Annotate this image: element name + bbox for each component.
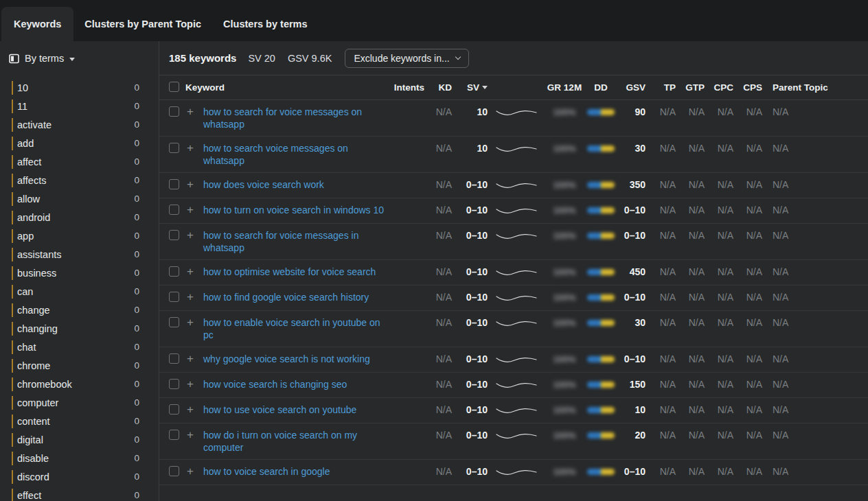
term-marker (12, 415, 13, 428)
add-keyword-button[interactable]: + (185, 229, 203, 241)
row-checkbox[interactable] (169, 292, 179, 302)
trend-sparkline (488, 204, 545, 216)
top-tab-bar: Keywords Clusters by Parent Topic Cluste… (0, 0, 868, 41)
row-checkbox[interactable] (169, 266, 179, 277)
keyword-link[interactable]: how to voice search in google (203, 465, 330, 478)
column-header-kd[interactable]: KD (424, 82, 452, 93)
sidebar-term-item[interactable]: digital 0 (0, 430, 159, 449)
column-header-keyword[interactable]: Keyword (185, 82, 390, 93)
row-checkbox[interactable] (169, 205, 179, 215)
column-header-tp[interactable]: TP (646, 82, 676, 93)
term-count: 0 (134, 416, 139, 426)
sidebar-term-item[interactable]: chromebook 0 (0, 375, 159, 393)
add-keyword-button[interactable]: + (185, 266, 203, 277)
kd-cell: N/A (424, 142, 452, 154)
add-keyword-button[interactable]: + (185, 106, 203, 117)
sidebar-term-item[interactable]: app 0 (0, 226, 159, 245)
sidebar-term-item[interactable]: 11 0 (0, 97, 159, 115)
add-keyword-button[interactable]: + (185, 316, 203, 328)
tab-keywords[interactable]: Keywords (1, 7, 73, 41)
keyword-link[interactable]: how to search for voice messages in what… (203, 229, 385, 254)
sidebar-term-item[interactable]: allow 0 (0, 189, 159, 208)
tp-cell: N/A (646, 142, 676, 154)
parent-topic-cell: N/A (762, 353, 868, 365)
table-row: + how to use voice search on youtube N/A… (159, 398, 868, 423)
row-checkbox[interactable] (169, 179, 179, 189)
trend-sparkline (488, 178, 545, 191)
tab-clusters-by-terms[interactable]: Clusters by terms (212, 7, 319, 41)
column-header-gr-12m[interactable]: GR 12M (545, 82, 584, 93)
sidebar-term-item[interactable]: disable 0 (0, 449, 159, 467)
row-checkbox[interactable] (169, 430, 179, 440)
sidebar-term-item[interactable]: business 0 (0, 264, 159, 282)
select-all-checkbox[interactable] (169, 82, 179, 92)
sv-header-label: SV (467, 82, 479, 93)
keyword-link[interactable]: how to search voice messages on whatsapp (203, 142, 385, 167)
cps-cell: N/A (733, 316, 762, 329)
sidebar-term-item[interactable]: can 0 (0, 282, 159, 301)
term-marker (12, 489, 13, 501)
trend-sparkline (488, 142, 545, 154)
row-checkbox[interactable] (169, 230, 179, 240)
sidebar-term-item[interactable]: affects 0 (0, 171, 159, 189)
sidebar-term-item[interactable]: change 0 (0, 301, 159, 319)
keyword-link[interactable]: how to search for voice messages on what… (203, 106, 385, 130)
view-selector[interactable]: By terms (0, 41, 159, 75)
row-checkbox[interactable] (169, 106, 179, 117)
keyword-link[interactable]: how do i turn on voice search on my comp… (203, 429, 385, 454)
sidebar-term-item[interactable]: discord 0 (0, 467, 159, 486)
term-marker (12, 81, 13, 95)
row-checkbox[interactable] (169, 466, 179, 476)
add-keyword-button[interactable]: + (185, 291, 203, 303)
add-keyword-button[interactable]: + (185, 465, 203, 477)
sidebar-term-item[interactable]: affect 0 (0, 152, 159, 171)
add-keyword-button[interactable]: + (185, 142, 203, 154)
column-header-intents[interactable]: Intents (390, 82, 424, 93)
row-checkbox[interactable] (169, 143, 179, 153)
sidebar-term-item[interactable]: computer 0 (0, 393, 159, 412)
sidebar-term-item[interactable]: chat 0 (0, 338, 159, 356)
column-header-cps[interactable]: CPS (733, 82, 762, 93)
sidebar-term-item[interactable]: changing 0 (0, 319, 159, 338)
add-keyword-button[interactable]: + (185, 353, 203, 364)
keyword-link[interactable]: how to optimise website for voice search (203, 266, 376, 278)
row-checkbox[interactable] (169, 353, 179, 364)
sidebar-term-item[interactable]: content 0 (0, 412, 159, 430)
add-keyword-button[interactable]: + (185, 404, 203, 415)
keyword-link[interactable]: how to find google voice search history (203, 291, 369, 303)
add-keyword-button[interactable]: + (185, 378, 203, 390)
term-count: 0 (134, 175, 139, 185)
keyword-link[interactable]: how to enable voice search in youtube on… (203, 316, 385, 341)
column-header-gtp[interactable]: GTP (676, 82, 705, 93)
keyword-link[interactable]: how to use voice search on youtube (203, 404, 356, 416)
tab-clusters-by-parent-topic[interactable]: Clusters by Parent Topic (73, 7, 212, 41)
sidebar-term-item[interactable]: effect 0 (0, 486, 159, 501)
column-header-parent-topic[interactable]: Parent Topic (762, 82, 868, 93)
trend-sparkline (488, 266, 545, 278)
gsv-cell: 0–10 (618, 465, 646, 478)
column-header-gsv[interactable]: GSV (618, 82, 646, 93)
sidebar-term-item[interactable]: add 0 (0, 134, 159, 152)
sidebar-term-item[interactable]: android 0 (0, 208, 159, 226)
dd-bar-blurred (587, 269, 615, 275)
exclude-keywords-button[interactable]: Exclude keywords in... (345, 49, 468, 68)
sidebar-term-item[interactable]: chrome 0 (0, 356, 159, 375)
keyword-link[interactable]: how voice search is changing seo (203, 378, 347, 391)
keyword-link[interactable]: why google voice search is not working (203, 353, 370, 365)
row-checkbox[interactable] (169, 379, 179, 389)
add-keyword-button[interactable]: + (185, 178, 203, 190)
column-header-dd[interactable]: DD (584, 82, 618, 93)
dd-bar-blurred (587, 320, 615, 326)
dd-bar-blurred (587, 294, 615, 301)
add-keyword-button[interactable]: + (185, 204, 203, 215)
add-keyword-button[interactable]: + (185, 429, 203, 441)
column-header-cpc[interactable]: CPC (705, 82, 733, 93)
keyword-link[interactable]: how to turn on voice search in windows 1… (203, 204, 384, 216)
sidebar-term-item[interactable]: activate 0 (0, 115, 159, 134)
sidebar-term-item[interactable]: assistants 0 (0, 245, 159, 264)
row-checkbox[interactable] (169, 404, 179, 415)
sidebar-term-item[interactable]: 10 0 (0, 78, 159, 97)
row-checkbox[interactable] (169, 317, 179, 327)
keyword-link[interactable]: how does voice search work (203, 178, 324, 191)
column-header-sv[interactable]: SV (452, 82, 488, 93)
